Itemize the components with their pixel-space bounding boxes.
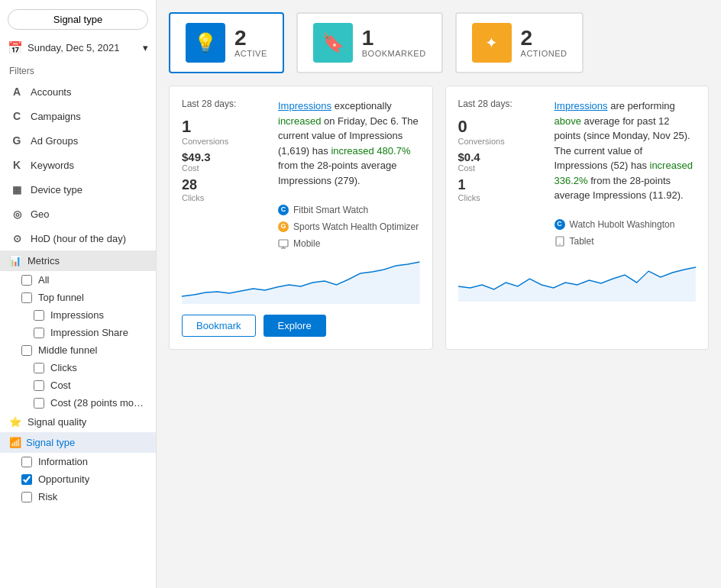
signal-type-opportunity-row[interactable]: Opportunity xyxy=(0,470,156,488)
insight-2-action: are performing xyxy=(610,100,675,111)
metrics-impressions-row[interactable]: Impressions xyxy=(0,306,156,324)
metrics-label: Metrics xyxy=(27,255,60,267)
metrics-clicks-checkbox[interactable] xyxy=(34,363,44,373)
metrics-cost-checkbox[interactable] xyxy=(34,380,44,391)
signal-type-information-row[interactable]: Information xyxy=(0,453,156,470)
insight-1-tag-1-label: Sports Watch Health Optimizer xyxy=(293,220,419,234)
actioned-card-info: 2 Actioned xyxy=(521,27,567,58)
insight-1-chart xyxy=(182,258,420,304)
sidebar-item-ad-groups[interactable]: G Ad Groups xyxy=(0,128,156,153)
signal-type-risk-row[interactable]: Risk xyxy=(0,488,156,506)
insight-1-action: exceptionally xyxy=(335,100,392,111)
sidebar-item-metrics[interactable]: 📊 Metrics xyxy=(0,250,156,271)
sidebar-item-device-type[interactable]: ▦ Device type xyxy=(0,177,156,202)
accounts-icon: A xyxy=(9,84,24,99)
keywords-label: Keywords xyxy=(31,160,74,171)
campaigns-icon: C xyxy=(9,108,24,124)
signal-type-risk-checkbox[interactable] xyxy=(21,492,32,502)
signal-type-opportunity-checkbox[interactable] xyxy=(21,474,32,485)
signal-type-button[interactable]: Signal type xyxy=(8,9,148,30)
metrics-top-funnel-row[interactable]: Top funnel xyxy=(0,289,156,306)
actioned-count: 2 xyxy=(521,27,567,49)
sidebar-item-signal-quality[interactable]: ⭐ Signal quality xyxy=(0,412,156,432)
signal-type-risk-label: Risk xyxy=(38,491,57,502)
metrics-cost28-row[interactable]: Cost (28 points mo… xyxy=(0,394,156,412)
campaign-dot-icon: C xyxy=(278,205,289,215)
insight-2-color-word: above xyxy=(554,115,581,127)
insight-2-tag-1-label: Tablet xyxy=(570,234,594,248)
insight-2-left: Last 28 days: 0 Conversions $0.4 Cost 1 … xyxy=(458,99,542,248)
insight-1-left: Last 28 days: 1 Conversions $49.3 Cost 2… xyxy=(182,99,266,250)
active-icon-box: 💡 xyxy=(186,23,225,63)
metrics-all-row[interactable]: All xyxy=(0,271,156,289)
insight-1-clicks: 28 xyxy=(182,177,266,193)
geo-icon: ◎ xyxy=(9,206,24,221)
top-cards-row: 💡 2 Active 🔖 1 Bookmarked ✦ 2 Actioned xyxy=(169,12,709,73)
sidebar-item-accounts[interactable]: A Accounts xyxy=(0,79,156,104)
explore-button-1[interactable]: Explore xyxy=(264,315,326,337)
metrics-all-checkbox[interactable] xyxy=(21,275,32,286)
signal-type-sidebar-label: Signal type xyxy=(26,437,75,448)
metrics-impressions-label: Impressions xyxy=(50,309,104,321)
metrics-impression-share-row[interactable]: Impression Share xyxy=(0,324,156,341)
insight-card-2: Last 28 days: 0 Conversions $0.4 Cost 1 … xyxy=(445,86,710,350)
ad-groups-label: Ad Groups xyxy=(31,135,78,147)
insight-1-clicks-label: Clicks xyxy=(182,193,266,202)
sidebar-item-hod[interactable]: ⊙ HoD (hour of the day) xyxy=(0,226,156,250)
insight-1-conversions: 1 xyxy=(182,117,266,137)
bookmark-button-1[interactable]: Bookmark xyxy=(182,315,256,337)
insight-2-tags: C Watch Hubolt Washington Tablet xyxy=(554,218,697,248)
main-content: 💡 2 Active 🔖 1 Bookmarked ✦ 2 Actioned xyxy=(157,0,721,588)
device-icon xyxy=(278,238,289,249)
metrics-middle-funnel-checkbox[interactable] xyxy=(21,345,32,356)
insight-1-days: Last 28 days: xyxy=(182,99,266,109)
date-picker[interactable]: 📅 Sunday, Dec 5, 2021 ▾ xyxy=(0,36,156,60)
sidebar-item-geo[interactable]: ◎ Geo xyxy=(0,202,156,226)
metrics-cost28-label: Cost (28 points mo… xyxy=(50,397,144,409)
insight-1-impressions-link[interactable]: Impressions xyxy=(278,100,331,111)
insight-card-1: Last 28 days: 1 Conversions $49.3 Cost 2… xyxy=(169,86,433,350)
insight-2-tag-0-label: Watch Hubolt Washington xyxy=(570,218,675,231)
bookmarked-card-info: 1 Bookmarked xyxy=(362,27,426,58)
card-active[interactable]: 💡 2 Active xyxy=(169,12,284,73)
lightbulb-icon: 💡 xyxy=(194,32,217,53)
insight-2-text: Impressions are performing above average… xyxy=(554,99,697,248)
active-count: 2 xyxy=(234,27,267,49)
device-type-label: Device type xyxy=(31,184,82,195)
signal-quality-label: Signal quality xyxy=(27,416,86,428)
card-bookmarked[interactable]: 🔖 1 Bookmarked xyxy=(296,12,443,73)
calendar-icon: 📅 xyxy=(8,40,23,55)
insight-2-tag-0: C Watch Hubolt Washington xyxy=(554,218,697,231)
filters-label: Filters xyxy=(0,60,156,79)
insight-2-cost-label: Cost xyxy=(458,163,542,173)
metrics-cost28-checkbox[interactable] xyxy=(34,398,44,409)
metrics-impression-share-checkbox[interactable] xyxy=(34,328,44,338)
bookmarked-icon-box: 🔖 xyxy=(313,23,353,63)
geo-label: Geo xyxy=(31,208,50,220)
insight-1-top: Last 28 days: 1 Conversions $49.3 Cost 2… xyxy=(182,99,420,250)
sidebar-item-campaigns[interactable]: C Campaigns xyxy=(0,104,156,128)
insight-2-impressions-link[interactable]: Impressions xyxy=(554,100,608,111)
metrics-middle-funnel-row[interactable]: Middle funnel xyxy=(0,341,156,359)
insight-1-tag-0-label: Fitbit Smart Watch xyxy=(293,203,368,217)
insight-2-days: Last 28 days: xyxy=(458,99,542,109)
insight-1-text-part2: from the 28-points average Impressions (… xyxy=(278,160,396,186)
group-dot-icon: G xyxy=(278,221,289,232)
insight-2-tag-1: Tablet xyxy=(554,234,697,248)
signal-type-information-checkbox[interactable] xyxy=(21,457,32,467)
insight-1-color-word: increased xyxy=(278,115,321,127)
insight-2-clicks-label: Clicks xyxy=(458,193,542,202)
sidebar-item-signal-type[interactable]: 📶 Signal type xyxy=(0,432,156,453)
metrics-clicks-row[interactable]: Clicks xyxy=(0,359,156,376)
signal-quality-icon: ⭐ xyxy=(9,416,21,428)
metrics-top-funnel-checkbox[interactable] xyxy=(21,292,32,303)
keywords-icon: K xyxy=(9,157,24,173)
metrics-cost-row[interactable]: Cost xyxy=(0,376,156,394)
sidebar-item-keywords[interactable]: K Keywords xyxy=(0,153,156,177)
signal-type-information-label: Information xyxy=(38,456,88,467)
signal-type-sidebar-icon: 📶 xyxy=(9,437,21,448)
svg-rect-0 xyxy=(279,240,288,247)
card-actioned[interactable]: ✦ 2 Actioned xyxy=(455,12,584,73)
metrics-impressions-checkbox[interactable] xyxy=(34,310,44,321)
insight-1-tag-2: Mobile xyxy=(278,237,420,250)
